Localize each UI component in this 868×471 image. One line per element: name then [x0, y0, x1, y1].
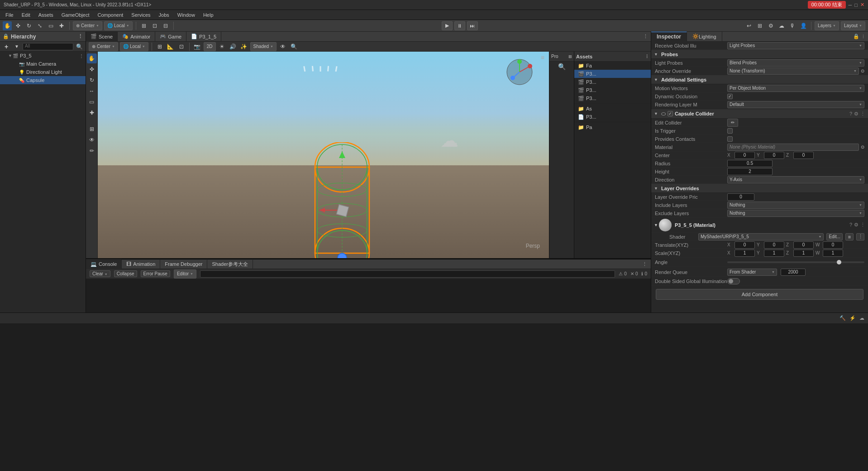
scale-y[interactable]	[764, 250, 784, 257]
lock-icon[interactable]: 🔒	[853, 34, 859, 39]
scene-search-btn[interactable]: 🔍	[289, 42, 298, 51]
layer-overrides-header[interactable]: ▼ Layer Overrides	[651, 184, 868, 193]
assets-p3-item2[interactable]: 🎬 P3...	[574, 78, 651, 86]
exclude-layers-value[interactable]: Nothing ▼	[727, 210, 864, 217]
console-search[interactable]	[200, 270, 615, 278]
move-tool[interactable]: ✜	[14, 21, 23, 30]
angle-slider[interactable]	[727, 261, 864, 263]
scale-vert-btn[interactable]: ↔	[87, 86, 97, 96]
play-button[interactable]: ▶	[442, 21, 453, 30]
tab-console[interactable]: 💻 Console	[86, 259, 122, 269]
cc-settings-icon[interactable]: ⚙	[854, 111, 858, 117]
settings-btn[interactable]: ⚙	[766, 21, 775, 30]
assets-fa-folder[interactable]: 📁 Fa	[574, 62, 651, 70]
scene-options[interactable]: ⋮	[79, 53, 84, 58]
rq-value-input[interactable]	[781, 269, 806, 276]
center-dropdown[interactable]: ⊕ Center ▼	[89, 42, 118, 51]
scene-view-dropdown[interactable]: Shaded ▼	[250, 42, 277, 51]
step-button[interactable]: ⏭	[467, 21, 478, 30]
radius-input[interactable]	[727, 160, 773, 167]
assets-p3-item4[interactable]: 🎬 P3...	[574, 94, 651, 102]
light-probes-dropdown[interactable]: Blend Probes ▼	[727, 59, 864, 67]
pivot-dropdown[interactable]: ⊕ Center ▼	[73, 21, 102, 30]
editor-dropdown[interactable]: Editor ▼	[174, 269, 196, 279]
material-dropdown[interactable]: None (Physic Material)	[727, 144, 859, 151]
material-component-header[interactable]: ▼ P3_5_5 (Material) ? ⚙ ⋮	[651, 217, 868, 233]
hierarchy-dropdown-btn[interactable]: ▼	[12, 42, 21, 51]
assets-mini-icons[interactable]: ⊞	[568, 54, 572, 59]
height-value[interactable]	[727, 168, 864, 175]
is-trigger-value[interactable]	[727, 128, 864, 134]
layer-override-priority-value[interactable]	[727, 193, 864, 201]
center-z-input[interactable]	[793, 152, 814, 159]
minimize-icon[interactable]: ─	[849, 2, 852, 8]
gi-dropdown[interactable]: Light Probes ▼	[727, 42, 864, 49]
clear-btn[interactable]: Clear ▼	[90, 270, 110, 277]
inspector-options[interactable]: ⋮	[861, 34, 865, 39]
translate-x[interactable]	[734, 241, 755, 249]
rect-tool[interactable]: ▭	[46, 21, 55, 30]
hierarchy-search[interactable]: All	[23, 43, 73, 50]
expand-arrow[interactable]: ▼	[8, 53, 13, 58]
undo-btn[interactable]: ↩	[744, 21, 754, 30]
vert-tool-9[interactable]: 👁	[87, 135, 97, 145]
angle-thumb[interactable]	[837, 260, 841, 264]
shader-dropdown[interactable]: MyShader/URP/P3_5_5 ▼	[698, 233, 824, 240]
local-dropdown[interactable]: 🌐 Local ▼	[120, 42, 148, 51]
height-input[interactable]	[727, 168, 773, 175]
exclude-layers-dropdown[interactable]: Nothing ▼	[727, 210, 864, 217]
coord-dropdown[interactable]: 🌐 Local ▼	[104, 21, 133, 30]
shader-icon-btn[interactable]: ≡	[845, 233, 854, 240]
include-layers-dropdown[interactable]: Nothing ▼	[727, 202, 864, 209]
scale-z[interactable]	[793, 250, 814, 257]
receive-gi-value[interactable]: Light Probes ▼	[727, 42, 864, 49]
rendering-layer-dropdown[interactable]: Default ▼	[727, 101, 864, 108]
scale-w[interactable]	[823, 250, 843, 257]
shader-edit-btn[interactable]: Edit...	[826, 233, 843, 240]
material-pick-icon[interactable]: ⊙	[861, 144, 864, 149]
double-sided-toggle-track[interactable]	[727, 278, 740, 284]
hierarchy-lock-icon[interactable]: 🔒	[3, 34, 9, 39]
edit-collider-icon[interactable]: ✏	[727, 119, 738, 127]
tab-lighting[interactable]: 🔆 Lighting	[687, 32, 722, 42]
assets-options[interactable]: ⋮	[645, 54, 649, 59]
cc-checkbox[interactable]: ✓	[668, 111, 673, 116]
maximize-icon[interactable]: □	[854, 2, 858, 8]
probes-section-header[interactable]: ▼ Probes	[651, 50, 868, 59]
menu-edit[interactable]: Edit	[18, 11, 34, 19]
mic-btn[interactable]: 🎙	[788, 21, 797, 30]
assets-as-folder[interactable]: 📁 As	[574, 105, 651, 113]
tab-p3[interactable]: 📄 P3_1_5	[186, 32, 221, 42]
hierarchy-add-btn[interactable]: +	[2, 42, 11, 51]
scene-gizmos-btn[interactable]: 👁	[278, 42, 287, 51]
error-pause-btn[interactable]: Error Pause	[141, 270, 170, 277]
record-button[interactable]: 00:00:00 结束	[808, 1, 846, 9]
anchor-pick-icon[interactable]: ⊙	[861, 68, 864, 73]
hierarchy-filter-btn[interactable]: 🔍	[75, 42, 84, 51]
layout-dropdown[interactable]: Layout ▼	[841, 21, 865, 30]
mat-help-icon[interactable]: ?	[849, 222, 852, 228]
dynamic-occlusion-checkbox[interactable]: ✓	[727, 94, 733, 99]
align-btn[interactable]: ⊟	[161, 21, 170, 30]
hierarchy-menu-icon[interactable]: ⋮	[78, 34, 83, 39]
direction-value[interactable]: Y-Axis ▼	[727, 176, 864, 183]
assets-p3-item3[interactable]: 🎬 P3...	[574, 86, 651, 94]
capsule-collider-header[interactable]: ▼ ⬭ ✓ Capsule Collider ? ⚙ ⋮	[651, 109, 868, 119]
rotate-tool[interactable]: ↻	[24, 21, 33, 30]
grid-btn[interactable]: ⊞	[139, 21, 148, 30]
pause-button[interactable]: ⏸	[454, 21, 465, 30]
rq-mode-dropdown[interactable]: From Shader ▼	[727, 269, 777, 276]
menu-file[interactable]: File	[2, 11, 17, 19]
translate-z[interactable]	[793, 241, 814, 249]
menu-component[interactable]: Component	[94, 11, 127, 19]
rendering-layer-value[interactable]: Default ▼	[727, 101, 864, 108]
scene-hamburger[interactable]: ≡	[541, 54, 544, 61]
transform-vert-btn[interactable]: ✚	[87, 108, 97, 118]
rotate-vert-btn[interactable]: ↻	[87, 75, 97, 85]
menu-gameobject[interactable]: GameObject	[58, 11, 93, 19]
custom-vert-btn[interactable]: ⊞	[87, 124, 97, 134]
scene-2d-btn[interactable]: 2D	[204, 42, 216, 51]
scene-align-btn[interactable]: ⊡	[177, 42, 186, 51]
menu-jobs[interactable]: Jobs	[155, 11, 173, 19]
provides-contacts-checkbox[interactable]	[727, 136, 733, 142]
